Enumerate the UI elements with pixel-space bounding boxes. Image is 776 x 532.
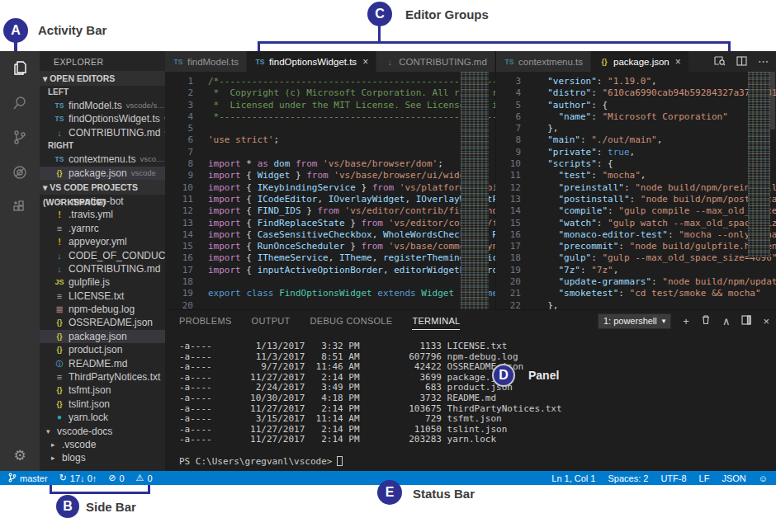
split-editor-icon[interactable] bbox=[736, 54, 747, 69]
status-sync[interactable]: ↻17↓ 0↑ bbox=[59, 473, 97, 483]
panel-tab-output[interactable]: OUTPUT bbox=[252, 313, 291, 329]
status-spaces-2[interactable]: Spaces: 2 bbox=[608, 473, 648, 483]
code-line: 20 "update-grammars": "node build/npm/up… bbox=[496, 276, 776, 288]
file-name: findOptionsWidget.ts bbox=[69, 112, 160, 125]
panel-tab-problems[interactable]: PROBLEMS bbox=[179, 313, 232, 329]
code-line: 17import { inputActiveOptionBorder, edit… bbox=[165, 265, 495, 276]
status-lf[interactable]: LF bbox=[699, 473, 710, 483]
ts-icon: TS bbox=[173, 58, 184, 66]
line-number: 13 bbox=[165, 218, 193, 229]
badge-letter: C bbox=[375, 7, 385, 21]
debug-icon[interactable] bbox=[0, 155, 40, 190]
activity-bar: ⚙ bbox=[0, 51, 40, 471]
file-item[interactable]: {}tsfmt.json bbox=[40, 384, 165, 397]
file-name: README.md bbox=[69, 357, 127, 370]
file-item[interactable]: ≡.mention-bot bbox=[40, 195, 165, 208]
file-item[interactable]: {}package.json bbox=[40, 330, 165, 343]
file-item[interactable]: ↓CODE_OF_CONDUCT.md bbox=[40, 249, 165, 262]
code-line: 18 bbox=[165, 276, 495, 288]
file-item[interactable]: {}product.json bbox=[40, 343, 165, 356]
source-control-icon[interactable] bbox=[0, 120, 40, 155]
folder-item[interactable]: ▸blogs bbox=[40, 451, 165, 464]
line-text: }, bbox=[521, 123, 559, 134]
file-item[interactable]: ≡ThirdPartyNotices.txt bbox=[40, 370, 165, 384]
code-editor-right[interactable]: 3 "version": "1.19.0",4 "distro": "610ca… bbox=[496, 72, 776, 309]
terminal-selector-value: 1: powershell bbox=[603, 316, 657, 326]
more-actions-icon[interactable]: ⋯ bbox=[758, 55, 769, 68]
open-editors-header[interactable]: ▾ OPEN EDITORS bbox=[40, 71, 165, 86]
minimap-right[interactable] bbox=[748, 72, 770, 257]
vscode-window: ⚙ EXPLORER ▾ OPEN EDITORS LEFTTSfindMode… bbox=[0, 51, 776, 485]
status-utf-8[interactable]: UTF-8 bbox=[660, 473, 686, 483]
caret-right-icon: ▸ bbox=[51, 451, 59, 464]
line-text: "scripts": { bbox=[521, 158, 613, 170]
line-number: 9 bbox=[165, 170, 193, 181]
open-preview-icon[interactable] bbox=[714, 54, 726, 69]
explorer-icon[interactable] bbox=[0, 51, 40, 86]
file-path: vscode/src/vs/... bbox=[126, 99, 165, 112]
tab-findModel.ts[interactable]: TSfindModel.ts bbox=[165, 51, 247, 72]
terminal-output[interactable]: -a---- 1/13/2017 3:32 PM 1133 LICENSE.tx… bbox=[179, 341, 773, 469]
file-item[interactable]: ●yarn.lock bbox=[40, 411, 165, 424]
file-name: .mention-bot bbox=[69, 195, 124, 208]
branch-icon bbox=[8, 473, 17, 484]
status-error[interactable]: ⊘0 bbox=[108, 473, 124, 483]
line-number: 22 bbox=[496, 300, 521, 309]
line-number: 11 bbox=[165, 194, 193, 205]
file-item[interactable]: ≣npm-debug.log bbox=[40, 303, 165, 316]
folder-item[interactable]: ▾vscode-docs bbox=[40, 425, 165, 438]
scrollbar-right[interactable] bbox=[770, 72, 775, 129]
file-item[interactable]: !.travis.yml bbox=[40, 208, 165, 221]
split-panel-button[interactable] bbox=[741, 313, 751, 328]
tab-findOptionsWidget.ts[interactable]: TSfindOptionsWidget.ts× bbox=[247, 51, 376, 72]
tab-label: package.json bbox=[613, 57, 670, 67]
folder-item[interactable]: ▸.vscode bbox=[40, 438, 165, 451]
status-branch[interactable]: master bbox=[8, 473, 48, 484]
status-label: 17↓ 0↑ bbox=[70, 473, 97, 483]
open-editor-item[interactable]: TSfindModel.tsvscode/src/vs/... bbox=[40, 99, 165, 112]
file-item[interactable]: {}tslint.json bbox=[40, 398, 165, 411]
line-number: 21 bbox=[496, 288, 521, 299]
status-warning[interactable]: ⚠0 bbox=[136, 473, 153, 483]
minimap-left[interactable] bbox=[461, 72, 489, 309]
line-text: import { FIND_IDS } from 'vs/editor/cont… bbox=[193, 205, 495, 217]
file-item[interactable]: !appveyor.yml bbox=[40, 235, 165, 248]
tab-CONTRIBUTING.md[interactable]: ↓CONTRIBUTING.md bbox=[376, 51, 495, 72]
tab-package.json[interactable]: {}package.json× bbox=[591, 51, 689, 72]
caret-down-icon: ▾ bbox=[43, 182, 50, 192]
open-editor-item[interactable]: ↓CONTRIBUTING.mdvscode bbox=[40, 126, 165, 139]
file-item[interactable]: {}OSSREADME.json bbox=[40, 316, 165, 329]
maximize-panel-button[interactable]: ∧ bbox=[722, 315, 731, 327]
code-editor-left[interactable]: 1/*-------------------------------------… bbox=[165, 72, 495, 309]
code-line: 9import { Widget } from 'vs/base/browser… bbox=[165, 170, 495, 181]
line-text: import { Widget } from 'vs/base/browser/… bbox=[193, 170, 487, 181]
status-ln-1-col-1[interactable]: Ln 1, Col 1 bbox=[551, 473, 595, 483]
kill-terminal-button[interactable] bbox=[701, 313, 711, 328]
search-icon[interactable] bbox=[0, 86, 40, 120]
open-editor-item[interactable]: {}package.jsonvscode bbox=[40, 167, 165, 180]
file-item[interactable]: ⓘREADME.md bbox=[40, 357, 165, 370]
warning-icon: ⚠ bbox=[136, 473, 144, 483]
extensions-icon[interactable] bbox=[0, 190, 40, 224]
open-editor-item[interactable]: TSfindOptionsWidget.tsvsco... bbox=[40, 112, 165, 125]
close-icon[interactable]: × bbox=[675, 56, 681, 68]
terminal-selector[interactable]: 1: powershell ▾ bbox=[598, 313, 671, 329]
file-item[interactable]: JSgulpfile.js bbox=[40, 275, 165, 289]
close-icon[interactable]: × bbox=[362, 56, 368, 68]
open-editor-item[interactable]: TScontextmenu.tsvscode/src/... bbox=[40, 153, 165, 166]
settings-gear-icon[interactable]: ⚙ bbox=[0, 447, 40, 464]
panel-tab-terminal[interactable]: TERMINAL bbox=[412, 313, 460, 330]
file-name: ThirdPartyNotices.txt bbox=[69, 370, 160, 384]
panel-tab-debug-console[interactable]: DEBUG CONSOLE bbox=[310, 313, 393, 329]
file-item[interactable]: ↓CONTRIBUTING.md bbox=[40, 262, 165, 275]
feedback-smiley-icon[interactable]: ☺ bbox=[759, 473, 768, 483]
code-line: 4 "distro": "610ca6990cab94b59284327a374… bbox=[496, 87, 776, 99]
tab-contextmenu.ts[interactable]: TScontextmenu.ts bbox=[496, 51, 591, 72]
close-panel-button[interactable]: × bbox=[763, 315, 769, 327]
workspace-header[interactable]: ▾ VS CODE PROJECTS (WORKSPACE) bbox=[40, 180, 165, 195]
file-item[interactable]: ≡.yarnrc bbox=[40, 222, 165, 235]
file-item[interactable]: ≡LICENSE.txt bbox=[40, 290, 165, 303]
new-terminal-button[interactable]: + bbox=[683, 315, 689, 327]
status-json[interactable]: JSON bbox=[722, 473, 745, 483]
file-name: CONTRIBUTING.md bbox=[69, 126, 160, 139]
